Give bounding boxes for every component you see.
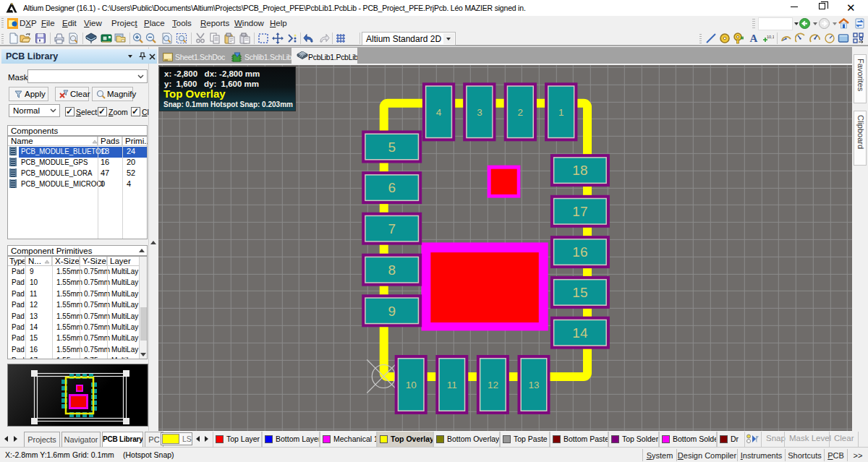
- svg-text:10: 10: [406, 380, 417, 390]
- svg-text:18: 18: [572, 163, 587, 178]
- svg-text:3: 3: [477, 107, 482, 118]
- svg-text:1: 1: [558, 107, 564, 118]
- svg-text:12: 12: [488, 380, 498, 390]
- svg-text:17: 17: [572, 204, 587, 219]
- svg-text:A: A: [750, 33, 758, 44]
- svg-text:5: 5: [388, 140, 396, 155]
- svg-text:10,10: 10,10: [767, 35, 774, 39]
- svg-text:2: 2: [518, 107, 524, 118]
- svg-text:4: 4: [436, 107, 442, 118]
- svg-text:16: 16: [572, 244, 587, 260]
- svg-text:15: 15: [572, 285, 587, 300]
- svg-text:7: 7: [388, 221, 396, 236]
- svg-text:13: 13: [528, 380, 539, 390]
- svg-text:11: 11: [447, 380, 457, 390]
- svg-text:8: 8: [388, 262, 396, 278]
- svg-text:9: 9: [388, 304, 396, 319]
- svg-text:6: 6: [388, 180, 396, 195]
- svg-text:14: 14: [572, 325, 588, 341]
